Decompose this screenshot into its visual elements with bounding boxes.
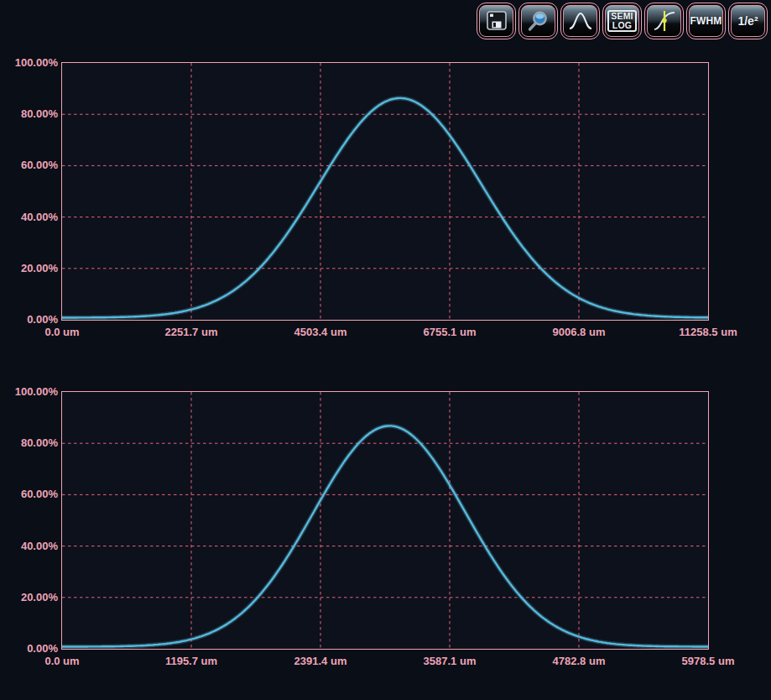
toolbar: SEMI LOG FWHM 1/e² — [477, 3, 768, 39]
profile-curve-glow — [62, 426, 708, 646]
x-tick-label: 5978.5 um — [682, 655, 735, 668]
x-tick-label: 6755.1 um — [424, 326, 477, 339]
y-tick-label: 40.00% — [0, 211, 58, 224]
knife-edge-button-face — [647, 5, 681, 37]
plot-canvas — [62, 392, 708, 649]
fwhm-label: FWHM — [690, 15, 722, 27]
semilog-label-line2: LOG — [611, 21, 633, 30]
floppy-disk-icon — [484, 9, 509, 33]
knife-edge-icon — [652, 9, 677, 33]
y-tick-label: 100.00% — [0, 56, 58, 70]
one-over-e-squared-label: 1/e² — [737, 14, 758, 28]
profile-button[interactable] — [560, 3, 600, 39]
x-tick-label: 11258.5 um — [679, 326, 737, 339]
x-tick-label: 0.0 um — [44, 655, 79, 668]
fwhm-button[interactable]: FWHM — [686, 3, 726, 39]
y-tick-label: 100.00% — [0, 385, 58, 399]
y-tick-label: 20.00% — [0, 262, 58, 275]
knife-edge-button[interactable] — [644, 3, 684, 39]
x-tick-label: 2251.7 um — [165, 326, 218, 339]
x-tick-label: 9006.8 um — [553, 326, 606, 339]
zoom-button-face — [521, 5, 555, 37]
semilog-label: SEMI LOG — [607, 10, 636, 32]
plot-area[interactable] — [61, 62, 709, 321]
y-tick-label: 80.00% — [0, 107, 58, 121]
beam-profile-chart-y: 100.00%80.00%60.00%40.00%20.00%0.00%0.0 … — [0, 392, 771, 669]
semilog-button[interactable]: SEMI LOG — [602, 3, 642, 39]
fwhm-button-face: FWHM — [689, 5, 723, 37]
beam-profile-chart-x: 100.00%80.00%60.00%40.00%20.00%0.00%0.0 … — [0, 63, 771, 340]
save-button[interactable] — [477, 3, 516, 39]
gaussian-peak-icon — [568, 9, 593, 33]
x-tick-label: 1195.7 um — [165, 655, 217, 668]
x-tick-label: 4782.8 um — [553, 655, 606, 668]
magnifier-icon — [526, 9, 551, 33]
semilog-button-face: SEMI LOG — [605, 5, 639, 37]
y-tick-label: 0.00% — [0, 642, 58, 656]
y-tick-label: 60.00% — [0, 159, 58, 172]
x-tick-label: 0.0 um — [44, 326, 79, 339]
y-tick-label: 40.00% — [0, 540, 58, 553]
x-tick-label: 4503.4 um — [294, 326, 347, 339]
y-tick-label: 20.00% — [0, 591, 58, 604]
one-over-e-squared-button-face: 1/e² — [731, 5, 765, 37]
zoom-button[interactable] — [518, 3, 558, 39]
y-tick-label: 80.00% — [0, 436, 58, 450]
x-tick-label: 3587.1 um — [424, 655, 477, 668]
plot-canvas — [62, 63, 708, 320]
one-over-e-squared-button[interactable]: 1/e² — [728, 3, 768, 39]
profile-curve — [62, 426, 708, 646]
save-button-face — [479, 5, 513, 37]
y-tick-label: 60.00% — [0, 488, 58, 501]
y-tick-label: 0.00% — [0, 313, 58, 326]
x-tick-label: 2391.4 um — [294, 655, 347, 668]
plot-area[interactable] — [61, 391, 709, 650]
profile-curve — [62, 97, 708, 317]
profile-curve-glow — [62, 97, 708, 317]
profile-button-face — [563, 5, 597, 37]
